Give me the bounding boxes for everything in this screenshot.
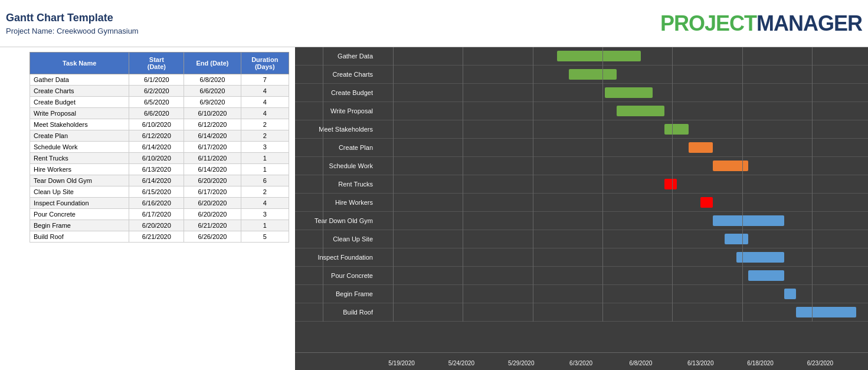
- table-row: Create Budget6/5/20206/9/20204: [30, 97, 289, 108]
- table-header-row: Task Name Start(Date) End (Date) Duratio…: [30, 53, 289, 74]
- gantt-row: Create Charts: [295, 66, 868, 84]
- header-left: Gantt Chart Template Project Name: Creek…: [6, 12, 660, 35]
- gantt-row: Create Budget: [295, 84, 868, 102]
- table-row: Hire Workers6/13/20206/14/20201: [30, 164, 289, 175]
- table-cell: Clean Up Site: [30, 186, 129, 198]
- table-cell: 5: [241, 231, 289, 243]
- table-row: Create Plan6/12/20206/14/20202: [30, 130, 289, 142]
- table-cell: 2: [241, 130, 289, 142]
- table-cell: 6/11/2020: [184, 153, 241, 164]
- table-cell: Meet Stakeholders: [30, 119, 129, 130]
- gantt-row-label: Clean Up Site: [295, 235, 378, 243]
- table-cell: 6/13/2020: [129, 164, 184, 175]
- gantt-row-bars: [378, 230, 868, 248]
- table-cell: 6/17/2020: [129, 209, 184, 220]
- table-cell: 6/14/2020: [129, 175, 184, 186]
- gantt-row: Create Plan: [295, 139, 868, 157]
- table-cell: 6/17/2020: [184, 186, 241, 198]
- gantt-bar: [569, 69, 617, 80]
- col-end: End (Date): [184, 53, 241, 74]
- table-cell: 6/9/2020: [184, 97, 241, 108]
- gantt-bar: [664, 124, 689, 135]
- table-cell: 6/6/2020: [184, 86, 241, 97]
- gantt-row-label: Write Proposal: [295, 107, 378, 114]
- gantt-row: Write Proposal: [295, 102, 868, 120]
- gantt-row-label: Rent Trucks: [295, 181, 378, 188]
- gantt-row: Tear Down Old Gym: [295, 212, 868, 230]
- gantt-bar: [664, 179, 676, 189]
- table-cell: 6/1/2020: [129, 74, 184, 86]
- date-label: 5/29/2020: [508, 360, 535, 366]
- table-cell: 6/14/2020: [184, 164, 241, 175]
- table-cell: 1: [241, 164, 289, 175]
- table-cell: Tear Down Old Gym: [30, 175, 129, 186]
- table-cell: 6/15/2020: [129, 186, 184, 198]
- date-label: 5/19/2020: [388, 360, 415, 366]
- gantt-row: Build Roof: [295, 303, 868, 322]
- table-cell: 1: [241, 220, 289, 231]
- table-cell: 6/2/2020: [129, 86, 184, 97]
- table-cell: 6/14/2020: [184, 130, 241, 142]
- gantt-bar: [617, 106, 664, 116]
- gantt-row-label: Build Roof: [295, 309, 378, 316]
- gantt-bar: [725, 234, 749, 244]
- table-row: Clean Up Site6/15/20206/17/20202: [30, 186, 289, 198]
- date-label: 6/8/2020: [629, 360, 652, 366]
- table-cell: 7: [241, 74, 289, 86]
- table-cell: 6/26/2020: [184, 231, 241, 243]
- gantt-row: Hire Workers: [295, 194, 868, 212]
- table-cell: Create Charts: [30, 86, 129, 97]
- gantt-row-label: Hire Workers: [295, 199, 378, 206]
- gantt-row-bars: [378, 139, 868, 156]
- gantt-row-bars: [378, 303, 868, 321]
- gantt-row-bars: [378, 212, 868, 230]
- table-cell: 6/17/2020: [184, 142, 241, 153]
- gantt-bar: [713, 161, 749, 171]
- table-cell: Begin Frame: [30, 220, 129, 231]
- table-cell: 6/5/2020: [129, 97, 184, 108]
- gantt-row: Rent Trucks: [295, 175, 868, 194]
- gantt-bar: [605, 87, 653, 98]
- gantt-bar: [713, 215, 785, 226]
- gantt-row-label: Inspect Foundation: [295, 254, 378, 261]
- table-cell: 6: [241, 175, 289, 186]
- gantt-bar: [736, 252, 784, 263]
- date-label: 5/24/2020: [448, 360, 475, 366]
- table-row: Build Roof6/21/20206/26/20205: [30, 231, 289, 243]
- gantt-row: Clean Up Site: [295, 230, 868, 248]
- gantt-bar: [796, 307, 856, 317]
- table-row: Gather Data6/1/20206/8/20207: [30, 74, 289, 86]
- gantt-chart: Gather DataCreate ChartsCreate BudgetWri…: [295, 47, 868, 352]
- gantt-row-bars: [378, 66, 868, 83]
- table-cell: 4: [241, 198, 289, 209]
- table-cell: 6/10/2020: [129, 119, 184, 130]
- table-cell: 6/21/2020: [129, 231, 184, 243]
- gantt-row: Inspect Foundation: [295, 248, 868, 267]
- gantt-row-bars: [378, 84, 868, 101]
- table-cell: 6/14/2020: [129, 142, 184, 153]
- table-cell: 6/20/2020: [184, 198, 241, 209]
- table-row: Schedule Work6/14/20206/17/20203: [30, 142, 289, 153]
- table-cell: 2: [241, 119, 289, 130]
- table-row: Rent Trucks6/10/20206/11/20201: [30, 153, 289, 164]
- gantt-row-label: Schedule Work: [295, 162, 378, 169]
- table-cell: 6/20/2020: [184, 175, 241, 186]
- date-label: 6/18/2020: [747, 360, 774, 366]
- table-cell: 6/10/2020: [184, 108, 241, 119]
- date-axis: 5/19/20205/24/20205/29/20206/3/20206/8/2…: [295, 352, 868, 370]
- task-table: Task Name Start(Date) End (Date) Duratio…: [30, 52, 289, 243]
- gantt-row-bars: [378, 175, 868, 193]
- table-cell: 3: [241, 209, 289, 220]
- table-cell: 6/20/2020: [184, 209, 241, 220]
- gantt-row-label: Create Budget: [295, 89, 378, 96]
- col-start: Start(Date): [129, 53, 184, 74]
- table-cell: 4: [241, 108, 289, 119]
- table-cell: 6/6/2020: [129, 108, 184, 119]
- table-row: Create Charts6/2/20206/6/20204: [30, 86, 289, 97]
- page-wrapper: Gantt Chart Template Project Name: Creek…: [0, 0, 868, 370]
- gantt-row-label: Tear Down Old Gym: [295, 217, 378, 224]
- gantt-row-label: Create Charts: [295, 71, 378, 78]
- table-row: Begin Frame6/20/20206/21/20201: [30, 220, 289, 231]
- logo-project: PROJECT: [660, 11, 756, 35]
- table-cell: Inspect Foundation: [30, 198, 129, 209]
